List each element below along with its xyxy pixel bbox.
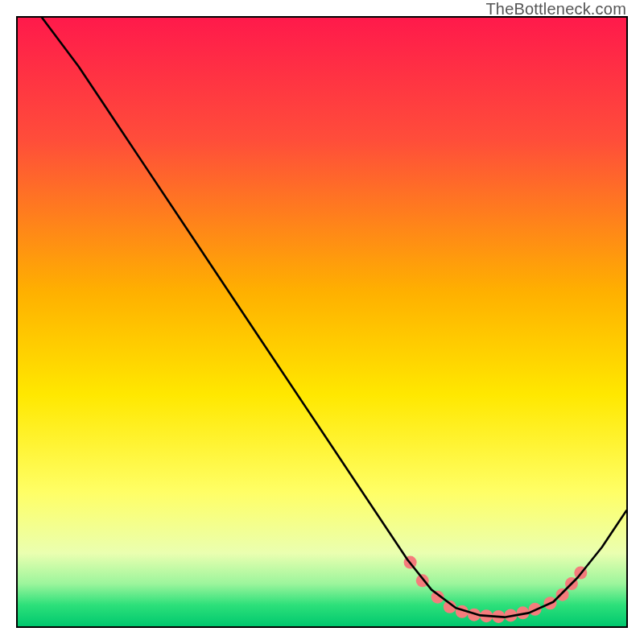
chart-marker (556, 588, 569, 601)
chart-container: TheBottleneck.com (0, 0, 644, 644)
gradient-background (18, 18, 626, 626)
chart-svg (18, 18, 626, 626)
plot-area (16, 16, 628, 628)
